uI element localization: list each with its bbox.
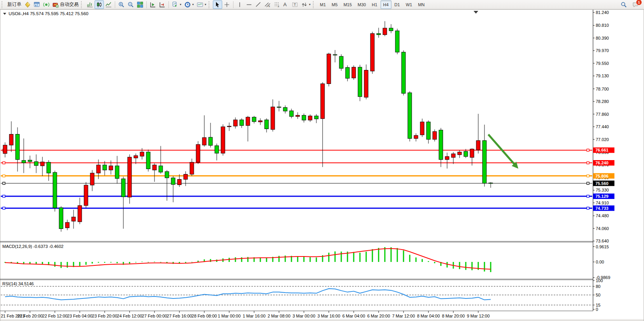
bear-candle (408, 93, 412, 139)
timeframe-M1[interactable]: M1 (317, 0, 328, 9)
timeframe-H1[interactable]: H1 (369, 0, 380, 9)
text-tool-icon: A (283, 2, 287, 7)
level-anchor[interactable] (587, 195, 589, 197)
macd-histogram-bar (490, 262, 491, 272)
crosshair-tool-button[interactable] (222, 0, 232, 9)
bull-candle (140, 152, 144, 156)
macd-histogram-bar (353, 252, 354, 262)
macd-histogram-bar (135, 262, 137, 262)
chart-window[interactable]: 81.24080.81080.39079.97079.55079.13078.7… (0, 9, 644, 321)
autotrade-button[interactable]: 自动交易 (51, 0, 80, 9)
bear-candle (47, 162, 51, 173)
level-anchor[interactable] (587, 207, 589, 209)
bull-candle (84, 185, 88, 206)
level-anchor[interactable] (3, 175, 5, 177)
template-button[interactable]: ▾ (195, 0, 208, 9)
vertical-line-icon (237, 2, 243, 8)
level-anchor[interactable] (587, 175, 589, 177)
timeframe-MN[interactable]: MN (415, 0, 427, 9)
bar-chart-mode-button[interactable] (85, 0, 95, 9)
bull-candle (414, 136, 418, 139)
add-indicator-button[interactable]: ▾ (170, 0, 183, 9)
toolbar-drag-handle[interactable] (313, 1, 316, 8)
zoom-out-button[interactable] (126, 0, 135, 9)
toolbar-drag-handle[interactable] (2, 1, 4, 8)
level-anchor[interactable] (587, 149, 589, 151)
svg-text:T: T (294, 3, 296, 7)
macd-histogram-bar (260, 258, 261, 262)
shapes-tool-button[interactable]: ▾ (300, 0, 312, 9)
trendline-tool-button[interactable] (254, 0, 263, 9)
search-button[interactable] (619, 0, 628, 9)
period-clock-icon (184, 2, 191, 8)
macd-histogram-bar (341, 251, 342, 262)
bear-candle (277, 107, 281, 108)
chevron-down-icon: ▾ (309, 3, 311, 6)
level-anchor[interactable] (3, 182, 5, 185)
svg-text:F: F (278, 5, 279, 8)
macd-histogram-bar (54, 262, 56, 267)
bear-candle (209, 137, 212, 145)
time-axis-label: 3 Mar 00:00 (293, 314, 316, 318)
candlestick-mode-button[interactable] (95, 0, 104, 9)
level-anchor[interactable] (587, 182, 589, 185)
price-chart[interactable]: 81.24080.81080.39079.97079.55079.13078.7… (0, 9, 644, 321)
shapes-icon (301, 2, 307, 8)
level-anchor[interactable] (3, 162, 5, 164)
timeframe-H4[interactable]: H4 (381, 0, 391, 9)
text-tool-button[interactable]: A (282, 0, 290, 9)
notifications-button[interactable]: 1 (631, 0, 640, 9)
timeframe-M30[interactable]: M30 (355, 0, 369, 9)
timeframe-W1[interactable]: W1 (403, 0, 415, 9)
auto-scroll-button[interactable] (148, 0, 158, 9)
macd-axis-label: 0.00 (596, 260, 604, 264)
horizontal-line-tool-button[interactable] (244, 0, 254, 9)
macd-histogram-bar (191, 262, 193, 262)
bear-candle (489, 183, 493, 184)
level-anchor[interactable] (3, 195, 5, 197)
toolbar-drag-handle[interactable] (209, 1, 211, 8)
macd-histogram-bar (472, 262, 473, 270)
level-anchor[interactable] (587, 162, 589, 164)
cursor-tool-button[interactable] (213, 0, 222, 9)
bull-candle (420, 122, 424, 135)
new-order-button[interactable]: 新订单 (6, 0, 23, 9)
timeframe-M5[interactable]: M5 (329, 0, 340, 9)
chart-shift-button[interactable] (158, 0, 167, 9)
price-badge-label: 75.806 (595, 174, 609, 178)
channel-tool-button[interactable]: E (263, 0, 272, 9)
level-anchor[interactable] (3, 207, 5, 209)
tile-windows-button[interactable] (135, 0, 145, 9)
vertical-line-tool-button[interactable] (235, 0, 244, 9)
time-axis-label: 28 Feb 08:00 (192, 314, 217, 318)
timeframe-M15[interactable]: M15 (341, 0, 354, 9)
macd-histogram-bar (428, 261, 429, 262)
price-badge-label: 76.661 (595, 148, 609, 152)
bear-candle (53, 173, 57, 208)
zoom-in-button[interactable] (117, 0, 126, 9)
macd-histogram-bar (117, 262, 118, 263)
bull-candle (65, 222, 69, 228)
bear-candle (290, 111, 293, 117)
zoom-out-icon (128, 2, 134, 8)
timeframe-D1[interactable]: D1 (392, 0, 403, 9)
time-axis-label: 1 Mar 16:00 (243, 314, 266, 318)
macd-histogram-bar (465, 262, 467, 270)
fibonacci-tool-button[interactable]: F (272, 0, 282, 9)
horizontal-line-icon (246, 2, 252, 8)
chart-title: USOil-,H4 75.574 75.595 75.412 75.560 (9, 11, 88, 16)
bull-candle (476, 141, 480, 150)
bull-candle (177, 180, 181, 185)
new-chart-button[interactable] (23, 0, 32, 9)
macd-histogram-bar (104, 262, 105, 263)
label-tool-button[interactable]: T (290, 0, 300, 9)
bull-candle (3, 145, 7, 154)
time-axis-label: 6 Mar 20:00 (367, 314, 390, 318)
market-watch-button[interactable] (32, 0, 42, 9)
price-axis-label: 78.700 (596, 87, 609, 91)
macd-histogram-bar (304, 257, 305, 262)
toolbar-drag-handle[interactable] (81, 1, 84, 8)
period-clock-button[interactable]: ▾ (183, 0, 195, 9)
line-chart-mode-button[interactable] (104, 0, 113, 9)
signals-button[interactable] (42, 0, 51, 9)
